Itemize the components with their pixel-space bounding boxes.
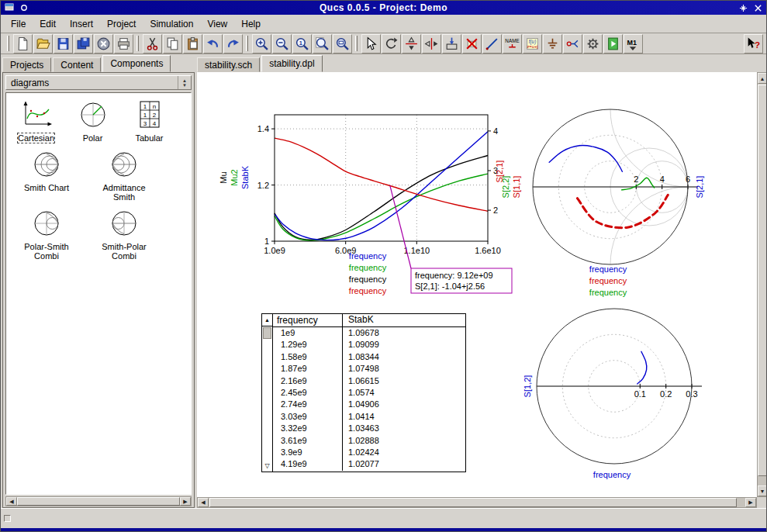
set-marker-button[interactable]: M1	[624, 34, 643, 54]
cell-frequency: 3.9e9	[273, 447, 343, 458]
table-scroll-thumb[interactable]	[263, 327, 271, 339]
close-button[interactable]	[751, 2, 764, 13]
scroll-right-icon[interactable]: ▶	[180, 497, 191, 506]
tab-components[interactable]: Components	[102, 55, 171, 72]
component-category-select[interactable]: diagrams ▲▼	[5, 75, 192, 90]
undo-button[interactable]	[203, 34, 223, 54]
go-into-subcircuit-button[interactable]	[442, 34, 461, 54]
sticky-pin-icon[interactable]	[18, 2, 30, 13]
scroll-up-icon[interactable]: ▲	[758, 73, 767, 84]
canvas-hscrollbar[interactable]: ◀ ▶	[197, 497, 757, 508]
canvas-vscroll-thumb[interactable]	[758, 85, 767, 476]
insert-ground-button[interactable]	[543, 34, 562, 54]
canvas-hscroll-track[interactable]	[209, 498, 745, 507]
scroll-left-icon[interactable]: ◀	[198, 498, 209, 507]
canvas-hscroll-thumb[interactable]	[209, 498, 737, 507]
canvas-vscroll-track[interactable]	[758, 84, 767, 485]
tab-content[interactable]: Content	[53, 57, 101, 72]
simulation-settings-button[interactable]	[583, 34, 603, 54]
svg-text:frequency: frequency	[349, 263, 387, 272]
cell-frequency: 2.74e9	[273, 399, 343, 410]
toolbar-handle[interactable]	[7, 36, 9, 51]
insert-port-button[interactable]	[563, 34, 582, 54]
scroll-right-icon[interactable]: ▶	[745, 498, 756, 507]
sidebar-hscroll-thumb[interactable]	[17, 497, 180, 506]
canvas-vscrollbar[interactable]: ▲ ▼	[757, 72, 767, 497]
insert-equation-button[interactable]: f(u)z=u+j	[523, 34, 542, 54]
mirror-x-axis-button[interactable]	[402, 34, 421, 54]
mirror-y-axis-button[interactable]	[422, 34, 441, 54]
zoom-one-to-one-icon: 1	[295, 36, 309, 51]
titlebar[interactable]: Qucs 0.0.5 - Project: Demo	[1, 1, 766, 15]
zoom-in-button[interactable]	[252, 34, 271, 54]
tabular-diagram[interactable]: ▲▽frequencyStabK1e91.096781.29e91.090991…	[261, 313, 466, 472]
component-polar-smith-combi[interactable]: Polar-Smith Combi	[8, 206, 85, 265]
table-row: 3.32e91.03463	[273, 423, 465, 434]
svg-text:frequency: frequency	[589, 264, 627, 274]
whats-this-button[interactable]: ?	[744, 34, 763, 54]
display-page-canvas[interactable]: 1.0e96.0e91.1e101.6e1011.21.4234MuMu2Sta…	[197, 72, 757, 497]
sidebar-hscroll-track[interactable]	[17, 497, 180, 506]
sidebar-hscrollbar[interactable]: ◀ ▶	[5, 496, 192, 506]
cell-stabk: 1.06615	[343, 375, 465, 387]
redo-button[interactable]	[223, 34, 243, 54]
zoom-out-button[interactable]	[272, 34, 292, 54]
paste-button[interactable]	[183, 34, 202, 54]
component-smith-polar-combi[interactable]: Smith-Polar Combi	[85, 206, 163, 265]
table-row: 1e91.09678	[273, 327, 465, 339]
select-button[interactable]	[361, 34, 381, 54]
component-admittance-smith[interactable]: Admittance Smith	[85, 147, 163, 206]
cell-stabk: 1.02888	[343, 435, 465, 447]
deactivate-button[interactable]	[462, 34, 482, 54]
svg-text:S[1,1]: S[1,1]	[512, 176, 521, 199]
zoom-one-to-one-button[interactable]: 1	[292, 34, 312, 54]
app-icon[interactable]	[3, 2, 16, 13]
menu-edit[interactable]: Edit	[33, 16, 63, 32]
go-into-subcircuit-icon	[444, 36, 459, 51]
tab-stability-sch[interactable]: stability.sch	[197, 57, 260, 72]
table-scroll-down-icon[interactable]: ▽	[262, 461, 272, 472]
insert-wire-button[interactable]	[482, 34, 502, 54]
open-file-button[interactable]	[33, 34, 53, 54]
toolbar-handle[interactable]	[136, 36, 139, 51]
scroll-left-icon[interactable]: ◀	[6, 497, 17, 506]
component-cartesian-diagram[interactable]: Cartesian	[8, 98, 64, 147]
scroll-down-icon[interactable]: ▼	[758, 485, 767, 496]
save-file-button[interactable]	[54, 34, 73, 54]
cell-frequency: 4.19e9	[273, 458, 343, 470]
cell-frequency: 1.29e9	[273, 339, 343, 351]
cell-frequency: 3.03e9	[273, 411, 343, 423]
copy-button[interactable]	[163, 34, 182, 54]
wire-label-button[interactable]: NAME	[503, 34, 522, 54]
table-scroll-fill	[262, 340, 272, 461]
menu-help[interactable]: Help	[234, 16, 268, 32]
show-whole-page-button[interactable]	[313, 34, 332, 54]
view-data-display-button[interactable]	[603, 34, 623, 54]
svg-text:z=u+j: z=u+j	[527, 44, 537, 49]
table-scroll-strip[interactable]: ▲▽	[262, 314, 273, 472]
cut-button[interactable]	[143, 34, 162, 54]
toolbar-handle[interactable]	[355, 36, 358, 51]
component-smith-chart[interactable]: Smith Chart	[8, 147, 85, 206]
close-file-button[interactable]	[94, 34, 113, 54]
component-polar-diagram[interactable]: Polar	[64, 98, 121, 147]
component-label: Cartesian	[18, 133, 54, 143]
save-all-button[interactable]	[74, 34, 93, 54]
component-tabular[interactable]: 1n1234Tabular	[121, 98, 178, 147]
new-document-button[interactable]	[13, 34, 33, 54]
tab-projects[interactable]: Projects	[2, 57, 51, 72]
menu-project[interactable]: Project	[100, 16, 143, 32]
table-scroll-up-icon[interactable]: ▲	[262, 314, 272, 326]
component-label: Tabular	[135, 133, 163, 143]
toolbar-handle[interactable]	[246, 36, 248, 51]
menu-view[interactable]: View	[200, 16, 234, 32]
zoom-fit-button[interactable]	[333, 34, 352, 54]
zoom-fit-icon	[335, 36, 350, 51]
print-button[interactable]	[114, 34, 133, 54]
rotate-button[interactable]	[382, 34, 401, 54]
menu-simulation[interactable]: Simulation	[143, 16, 200, 32]
maximize-button[interactable]	[737, 2, 749, 13]
menu-insert[interactable]: Insert	[63, 16, 100, 32]
menu-file[interactable]: File	[4, 16, 33, 32]
tab-stability-dpl[interactable]: stability.dpl	[261, 55, 322, 72]
